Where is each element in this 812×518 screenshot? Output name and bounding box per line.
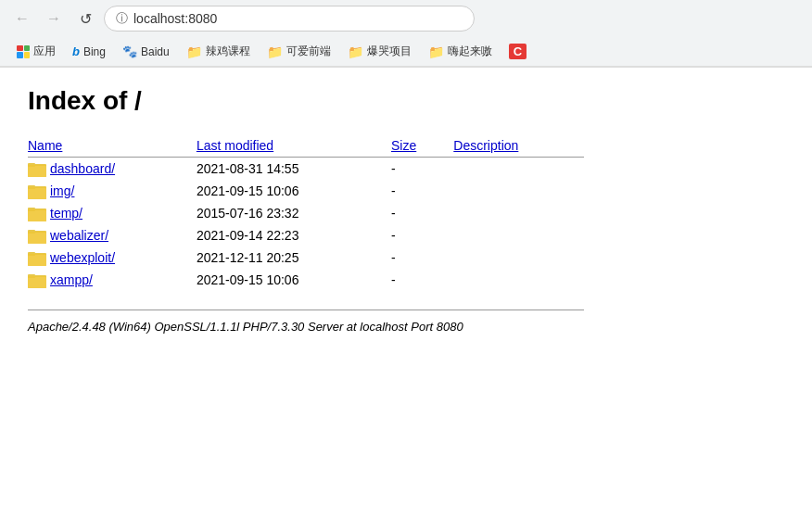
- folder-icon: [28, 183, 46, 199]
- file-size: -: [391, 269, 453, 291]
- folder-icon: [28, 160, 46, 177]
- address-bar[interactable]: ⓘ: [104, 6, 475, 32]
- file-modified: 2021-08-31 14:55: [197, 158, 391, 181]
- col-name-link[interactable]: Name: [28, 138, 62, 153]
- table-row: xampp/ 2021-09-15 10:06 -: [28, 269, 584, 291]
- browser-chrome: ← → ↺ ⓘ 应用 b Bing 🐾 Baidu: [0, 0, 812, 68]
- file-description: [453, 269, 584, 291]
- folder4-icon: 📁: [428, 44, 444, 59]
- bookmark-c-ext[interactable]: C: [501, 41, 534, 62]
- table-row: webalizer/ 2021-09-14 22:23 -: [28, 224, 584, 246]
- file-modified: 2021-09-15 10:06: [197, 269, 391, 291]
- apps-icon: [17, 45, 30, 58]
- file-link[interactable]: dashboard/: [50, 161, 115, 176]
- file-modified: 2021-09-14 22:23: [197, 224, 391, 246]
- back-button[interactable]: ←: [9, 6, 35, 32]
- file-name-cell: temp/: [28, 202, 197, 224]
- page-content: Index of / Name Last modified Size Descr…: [0, 68, 812, 352]
- table-row: dashboard/ 2021-08-31 14:55 -: [28, 158, 584, 181]
- bookmark-folder3-label: 爆哭项目: [367, 44, 412, 59]
- table-row: webexploit/ 2021-12-11 20:25 -: [28, 246, 584, 269]
- svg-rect-15: [28, 232, 46, 244]
- col-description: Description: [453, 134, 584, 158]
- bookmark-folder2[interactable]: 📁 可爱前端: [260, 41, 338, 62]
- svg-rect-3: [28, 165, 46, 177]
- file-modified: 2021-09-15 10:06: [197, 180, 391, 202]
- svg-rect-19: [28, 254, 46, 266]
- bookmark-folder2-label: 可爱前端: [286, 44, 331, 59]
- col-modified-link[interactable]: Last modified: [197, 138, 273, 153]
- browser-toolbar: ← → ↺ ⓘ: [0, 0, 812, 37]
- baidu-icon: 🐾: [122, 44, 137, 58]
- folder-icon: [28, 249, 46, 266]
- file-description: [453, 224, 584, 246]
- file-link[interactable]: xampp/: [50, 272, 93, 287]
- reload-button[interactable]: ↺: [72, 6, 98, 32]
- file-link[interactable]: img/: [50, 183, 74, 198]
- bookmark-folder1-label: 辣鸡课程: [206, 44, 250, 59]
- file-size: -: [391, 246, 453, 269]
- file-description: [453, 180, 584, 202]
- file-name-cell: img/: [28, 180, 197, 202]
- bookmark-apps-label: 应用: [33, 44, 56, 59]
- bookmark-apps[interactable]: 应用: [9, 41, 63, 62]
- file-modified: 2015-07-16 23:32: [197, 202, 391, 224]
- bookmark-folder3[interactable]: 📁 爆哭项目: [340, 41, 419, 62]
- col-size-link[interactable]: Size: [391, 138, 416, 153]
- file-link[interactable]: temp/: [50, 206, 82, 221]
- folder-icon: [28, 227, 46, 244]
- info-icon: ⓘ: [116, 10, 128, 27]
- file-link[interactable]: webalizer/: [50, 228, 108, 243]
- page-title: Index of /: [28, 86, 784, 116]
- file-size: -: [391, 180, 453, 202]
- bookmark-baidu[interactable]: 🐾 Baidu: [115, 42, 177, 61]
- file-link[interactable]: webexploit/: [50, 250, 115, 265]
- folder2-icon: 📁: [267, 44, 283, 59]
- page-footer: Apache/2.4.48 (Win64) OpenSSL/1.1.1l PHP…: [28, 310, 584, 334]
- bookmarks-bar: 应用 b Bing 🐾 Baidu 📁 辣鸡课程 📁 可爱前端 📁 爆哭项目 📁…: [0, 37, 812, 67]
- file-description: [453, 202, 584, 224]
- folder1-icon: 📁: [186, 44, 202, 59]
- folder3-icon: 📁: [348, 44, 363, 59]
- file-size: -: [391, 224, 453, 246]
- c-ext-icon: C: [509, 44, 527, 59]
- file-size: -: [391, 202, 453, 224]
- bookmark-folder4-label: 嗨起来嗷: [448, 44, 492, 59]
- file-description: [453, 158, 584, 181]
- forward-button[interactable]: →: [41, 6, 67, 32]
- file-name-cell: xampp/: [28, 269, 197, 291]
- bookmark-folder4[interactable]: 📁 嗨起来嗷: [421, 41, 500, 62]
- directory-table: Name Last modified Size Description: [28, 134, 584, 291]
- bookmark-baidu-label: Baidu: [141, 45, 170, 58]
- file-description: [453, 246, 584, 269]
- file-name-cell: webexploit/: [28, 246, 197, 269]
- col-name: Name: [28, 134, 197, 158]
- bookmark-folder1[interactable]: 📁 辣鸡课程: [179, 41, 258, 62]
- bing-icon: b: [72, 44, 80, 58]
- col-description-link[interactable]: Description: [453, 138, 518, 153]
- svg-rect-11: [28, 209, 46, 221]
- svg-rect-23: [28, 276, 46, 288]
- bookmark-bing-label: Bing: [83, 45, 106, 58]
- col-size: Size: [391, 134, 453, 158]
- url-input[interactable]: [133, 11, 463, 26]
- folder-icon: [28, 272, 46, 288]
- table-row: img/ 2021-09-15 10:06 -: [28, 180, 584, 202]
- col-modified: Last modified: [197, 134, 391, 158]
- folder-icon: [28, 205, 46, 221]
- svg-rect-7: [28, 187, 46, 199]
- table-row: temp/ 2015-07-16 23:32 -: [28, 202, 584, 224]
- file-name-cell: dashboard/: [28, 158, 197, 181]
- bookmark-bing[interactable]: b Bing: [65, 42, 113, 61]
- file-size: -: [391, 158, 453, 181]
- file-name-cell: webalizer/: [28, 224, 197, 246]
- file-modified: 2021-12-11 20:25: [197, 246, 391, 269]
